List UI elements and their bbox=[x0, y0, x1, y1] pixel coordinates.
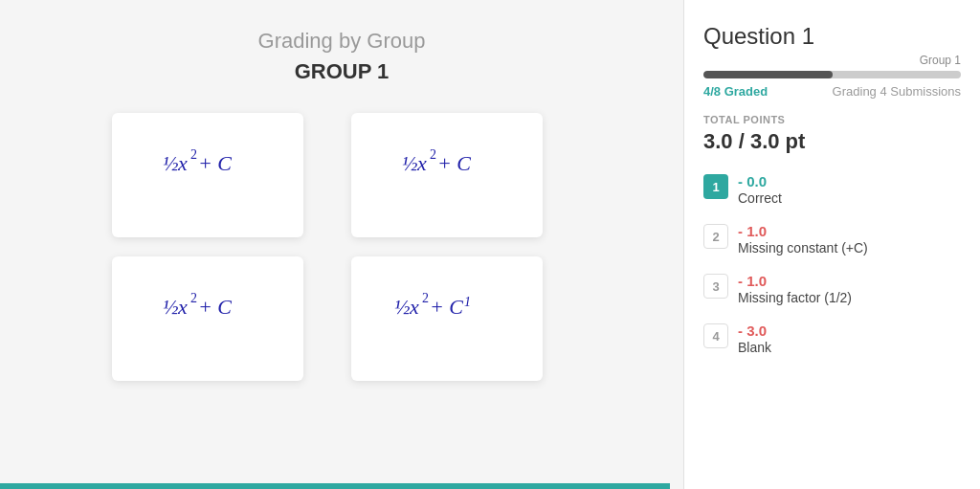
svg-text:2: 2 bbox=[190, 291, 197, 305]
rubric-deduction-2: - 1.0 bbox=[738, 223, 868, 239]
rubric-content-2: - 1.0Missing constant (+C) bbox=[738, 223, 868, 256]
total-points-value: 3.0 / 3.0 pt bbox=[703, 129, 961, 154]
svg-text:+ C: + C bbox=[198, 295, 232, 319]
right-panel: Question 1 Group 1 4/8 Graded Grading 4 … bbox=[683, 0, 980, 489]
group-title: GROUP 1 bbox=[295, 59, 390, 84]
rubric-number-3: 3 bbox=[703, 274, 728, 299]
rubric-list: 1- 0.0Correct2- 1.0Missing constant (+C)… bbox=[703, 173, 961, 372]
math-formula-2: ½ x 2 + C bbox=[385, 142, 509, 209]
progress-bar-fill bbox=[703, 71, 833, 78]
rubric-item-1[interactable]: 1- 0.0Correct bbox=[703, 173, 961, 206]
rubric-deduction-4: - 3.0 bbox=[738, 322, 771, 339]
graded-count: 4/8 Graded bbox=[703, 84, 768, 99]
math-formula-3: ½ x 2 + C bbox=[145, 285, 270, 352]
progress-bar-container bbox=[703, 71, 961, 78]
rubric-content-1: - 0.0Correct bbox=[738, 173, 782, 206]
svg-text:+ C: + C bbox=[430, 295, 463, 319]
group-label: Group 1 bbox=[703, 54, 961, 67]
rubric-item-4[interactable]: 4- 3.0Blank bbox=[703, 322, 961, 355]
rubric-description-4: Blank bbox=[738, 340, 771, 355]
svg-text:x: x bbox=[409, 295, 419, 319]
svg-text:1: 1 bbox=[464, 295, 471, 309]
rubric-description-2: Missing constant (+C) bbox=[738, 240, 868, 256]
svg-text:+ C: + C bbox=[198, 151, 232, 175]
svg-text:2: 2 bbox=[422, 291, 429, 305]
svg-text:x: x bbox=[416, 151, 427, 175]
rubric-number-2: 2 bbox=[703, 224, 728, 249]
rubric-deduction-3: - 1.0 bbox=[738, 273, 852, 289]
rubric-content-3: - 1.0Missing factor (1/2) bbox=[738, 273, 852, 305]
svg-text:+ C: + C bbox=[437, 151, 471, 175]
page-title: Grading by Group bbox=[258, 29, 426, 54]
svg-text:½: ½ bbox=[163, 151, 179, 175]
rubric-description-3: Missing factor (1/2) bbox=[738, 290, 852, 305]
submission-card-4[interactable]: ½ x 2 + C 1 bbox=[351, 256, 543, 381]
rubric-item-3[interactable]: 3- 1.0Missing factor (1/2) bbox=[703, 273, 961, 305]
rubric-description-1: Correct bbox=[738, 190, 782, 206]
rubric-deduction-1: - 0.0 bbox=[738, 173, 782, 189]
submission-card-1[interactable]: ½ x 2 + C bbox=[112, 113, 303, 237]
svg-text:x: x bbox=[177, 151, 188, 175]
svg-text:x: x bbox=[177, 295, 188, 319]
svg-text:½: ½ bbox=[163, 295, 179, 319]
cards-grid: ½ x 2 + C ½ x 2 + C ½ x 2 + C bbox=[112, 113, 571, 381]
math-formula-4: ½ x 2 + C 1 bbox=[385, 285, 509, 352]
grading-status: Grading 4 Submissions bbox=[833, 84, 961, 99]
bottom-accent-bar bbox=[0, 483, 670, 489]
total-points-label: TOTAL POINTS bbox=[703, 114, 961, 125]
left-panel: Grading by Group GROUP 1 ½ x 2 + C ½ x 2… bbox=[0, 0, 683, 489]
svg-text:2: 2 bbox=[430, 147, 436, 162]
question-title: Question 1 bbox=[703, 23, 961, 50]
rubric-number-1: 1 bbox=[703, 174, 728, 199]
svg-text:½: ½ bbox=[394, 295, 411, 319]
math-formula-1: ½ x 2 + C bbox=[145, 142, 270, 209]
submission-card-2[interactable]: ½ x 2 + C bbox=[351, 113, 543, 237]
svg-text:½: ½ bbox=[402, 151, 418, 175]
rubric-item-2[interactable]: 2- 1.0Missing constant (+C) bbox=[703, 223, 961, 256]
rubric-number-4: 4 bbox=[703, 323, 728, 348]
svg-text:2: 2 bbox=[190, 147, 197, 162]
rubric-content-4: - 3.0Blank bbox=[738, 322, 771, 355]
progress-info: 4/8 Graded Grading 4 Submissions bbox=[703, 84, 961, 99]
submission-card-3[interactable]: ½ x 2 + C bbox=[112, 256, 303, 381]
